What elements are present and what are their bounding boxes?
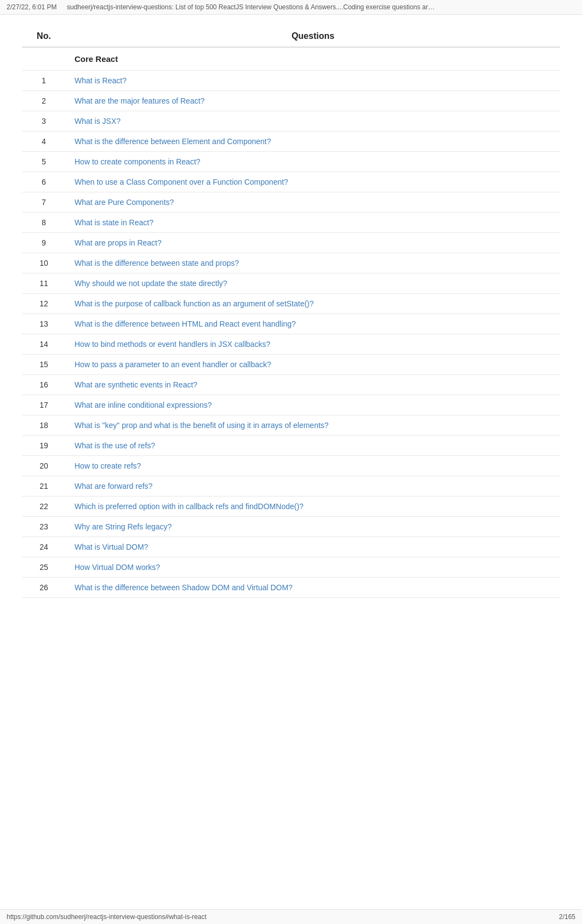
question-cell: How to pass a parameter to an event hand… (66, 355, 560, 375)
question-link[interactable]: How to pass a parameter to an event hand… (75, 360, 271, 369)
question-cell: What is the use of refs? (66, 436, 560, 456)
row-number: 9 (22, 233, 66, 253)
question-link[interactable]: How to create components in React? (75, 157, 201, 166)
row-number: 21 (22, 476, 66, 497)
table-row: 17What are inline conditional expression… (22, 395, 560, 415)
row-number: 17 (22, 395, 66, 415)
question-cell: What is Virtual DOM? (66, 537, 560, 557)
row-number: 23 (22, 517, 66, 537)
question-cell: When to use a Class Component over a Fun… (66, 172, 560, 192)
row-number: 26 (22, 578, 66, 598)
table-row: 9What are props in React? (22, 233, 560, 253)
table-row: 19What is the use of refs? (22, 436, 560, 456)
row-number: 20 (22, 456, 66, 476)
table-row: 15How to pass a parameter to an event ha… (22, 355, 560, 375)
row-number: 8 (22, 213, 66, 233)
question-link[interactable]: What is the difference between HTML and … (75, 320, 296, 328)
question-link[interactable]: What is the difference between state and… (75, 259, 239, 267)
question-link[interactable]: How to bind methods or event handlers in… (75, 340, 270, 349)
footer-bar: https://github.com/sudheerj/reactjs-inte… (0, 909, 582, 924)
question-cell: What are Pure Components? (66, 192, 560, 213)
question-cell: What is the purpose of callback function… (66, 294, 560, 314)
col-header-no: No. (22, 26, 66, 47)
row-number: 25 (22, 557, 66, 578)
table-row: 2What are the major features of React? (22, 91, 560, 111)
question-link[interactable]: What is React? (75, 76, 127, 85)
row-number: 13 (22, 314, 66, 334)
question-link[interactable]: What are props in React? (75, 238, 162, 247)
question-cell: What is state in React? (66, 213, 560, 233)
question-link[interactable]: What is the difference between Shadow DO… (75, 583, 293, 592)
browser-url: sudheerj/reactjs-interview-questions: Li… (67, 3, 575, 11)
question-link[interactable]: What is JSX? (75, 117, 121, 126)
table-row: 13What is the difference between HTML an… (22, 314, 560, 334)
row-number: 2 (22, 91, 66, 111)
table-row: 8What is state in React? (22, 213, 560, 233)
question-cell: What is the difference between HTML and … (66, 314, 560, 334)
question-cell: What is JSX? (66, 111, 560, 132)
question-link[interactable]: What are synthetic events in React? (75, 380, 197, 389)
row-number: 4 (22, 132, 66, 152)
question-link[interactable]: What are inline conditional expressions? (75, 401, 212, 409)
row-number: 6 (22, 172, 66, 192)
question-link[interactable]: What is the difference between Element a… (75, 137, 271, 146)
question-cell: What is React? (66, 71, 560, 91)
question-link[interactable]: What are the major features of React? (75, 96, 204, 105)
row-number: 12 (22, 294, 66, 314)
browser-timestamp: 2/27/22, 6:01 PM (7, 3, 67, 11)
footer-page: 2/165 (559, 913, 575, 921)
question-cell: Why should we not update the state direc… (66, 273, 560, 294)
table-row: 6When to use a Class Component over a Fu… (22, 172, 560, 192)
question-link[interactable]: What is "key" prop and what is the benef… (75, 421, 329, 430)
question-link[interactable]: What is Virtual DOM? (75, 543, 148, 551)
table-row: 26What is the difference between Shadow … (22, 578, 560, 598)
table-row: 20How to create refs? (22, 456, 560, 476)
question-cell: What are synthetic events in React? (66, 375, 560, 395)
main-content: No. Questions Core React 1What is React?… (0, 15, 582, 609)
table-row: 14How to bind methods or event handlers … (22, 334, 560, 355)
question-cell: How Virtual DOM works? (66, 557, 560, 578)
table-row: 25How Virtual DOM works? (22, 557, 560, 578)
section-core-react: Core React (22, 47, 560, 71)
row-number: 16 (22, 375, 66, 395)
table-row: 22Which is preferred option with in call… (22, 497, 560, 517)
question-link[interactable]: What is state in React? (75, 218, 153, 227)
question-link[interactable]: What are forward refs? (75, 482, 152, 490)
question-link[interactable]: Why are String Refs legacy? (75, 522, 172, 531)
table-row: 12What is the purpose of callback functi… (22, 294, 560, 314)
row-number: 10 (22, 253, 66, 273)
question-link[interactable]: What is the use of refs? (75, 441, 155, 450)
table-row: 18What is "key" prop and what is the ben… (22, 415, 560, 436)
table-row: 21What are forward refs? (22, 476, 560, 497)
browser-bar: 2/27/22, 6:01 PM sudheerj/reactjs-interv… (0, 0, 582, 15)
question-link[interactable]: What are Pure Components? (75, 198, 174, 207)
row-number: 1 (22, 71, 66, 91)
row-number: 19 (22, 436, 66, 456)
question-cell: How to bind methods or event handlers in… (66, 334, 560, 355)
question-link[interactable]: What is the purpose of callback function… (75, 299, 314, 308)
footer-link: https://github.com/sudheerj/reactjs-inte… (7, 913, 207, 921)
row-number: 3 (22, 111, 66, 132)
table-row: 4What is the difference between Element … (22, 132, 560, 152)
table-row: 7What are Pure Components? (22, 192, 560, 213)
question-link[interactable]: How Virtual DOM works? (75, 563, 160, 572)
table-row: 5How to create components in React? (22, 152, 560, 172)
question-cell: Which is preferred option with in callba… (66, 497, 560, 517)
row-number: 15 (22, 355, 66, 375)
col-header-questions: Questions (66, 26, 560, 47)
question-link[interactable]: When to use a Class Component over a Fun… (75, 178, 288, 186)
table-row: 11Why should we not update the state dir… (22, 273, 560, 294)
question-cell: What is the difference between Shadow DO… (66, 578, 560, 598)
row-number: 7 (22, 192, 66, 213)
table-row: 10What is the difference between state a… (22, 253, 560, 273)
question-link[interactable]: Why should we not update the state direc… (75, 279, 227, 288)
question-link[interactable]: How to create refs? (75, 461, 141, 470)
table-row: 16What are synthetic events in React? (22, 375, 560, 395)
question-cell: How to create components in React? (66, 152, 560, 172)
question-cell: What are props in React? (66, 233, 560, 253)
questions-table: No. Questions Core React 1What is React?… (22, 26, 560, 598)
question-link[interactable]: Which is preferred option with in callba… (75, 502, 304, 511)
section-core-react-label: Core React (66, 47, 560, 71)
question-cell: Why are String Refs legacy? (66, 517, 560, 537)
row-number: 14 (22, 334, 66, 355)
